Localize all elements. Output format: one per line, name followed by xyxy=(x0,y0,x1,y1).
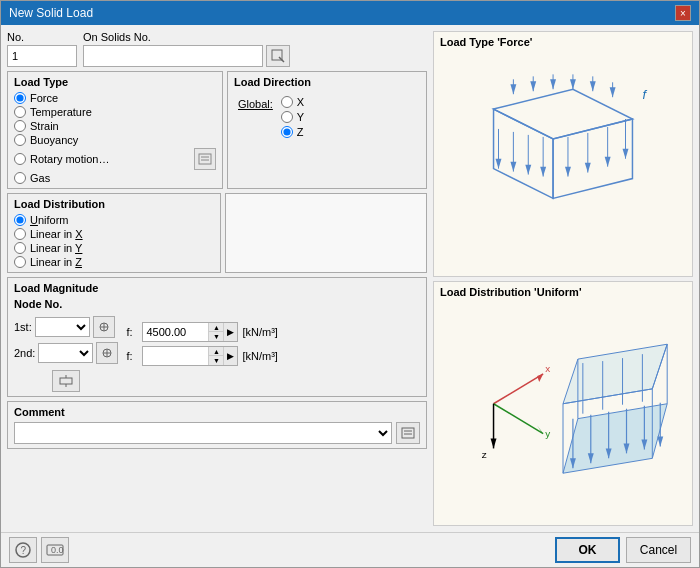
dir-y[interactable]: Y xyxy=(281,111,304,123)
magnitude-col: f: ▲ ▼ ▶ [kN/m³] xyxy=(126,298,277,392)
load-type-force[interactable]: Force xyxy=(14,92,216,104)
dist-linear-x-radio[interactable] xyxy=(14,228,26,240)
svg-marker-50 xyxy=(537,373,543,381)
load-type-gas-label: Gas xyxy=(30,172,50,184)
f2-label: f: xyxy=(126,350,138,362)
distribution-preview-title: Load Distribution 'Uniform' xyxy=(440,286,582,298)
f1-spin-up[interactable]: ▲ xyxy=(209,323,223,332)
load-type-strain-radio[interactable] xyxy=(14,120,26,132)
load-type-gas[interactable]: Gas xyxy=(14,172,216,184)
load-direction-section: Load Direction Global: X Y xyxy=(227,71,427,189)
dialog-body: No. On Solids No. xyxy=(1,25,699,532)
pick-icon xyxy=(271,49,285,63)
load-type-buoyancy[interactable]: Buoyancy xyxy=(14,134,216,146)
mag-row-second: f: ▲ ▼ ▶ [kN/m³] xyxy=(126,346,277,366)
f1-input[interactable] xyxy=(143,323,208,341)
svg-text:x: x xyxy=(545,362,550,373)
load-type-temperature[interactable]: Temperature xyxy=(14,106,216,118)
dist-linear-z[interactable]: Linear in Z xyxy=(14,256,214,268)
f2-unit: [kN/m³] xyxy=(242,350,277,362)
ok-button[interactable]: OK xyxy=(555,537,620,563)
force-preview-title: Load Type 'Force' xyxy=(440,36,532,48)
pick-solids-button[interactable] xyxy=(266,45,290,67)
load-magnitude-section: Load Magnitude Node No. 1st: xyxy=(7,277,427,397)
comment-browse-button[interactable] xyxy=(396,422,420,444)
dist-uniform-label: Uniform xyxy=(30,214,69,226)
dist-linear-y-radio[interactable] xyxy=(14,242,26,254)
svg-marker-44 xyxy=(565,167,571,177)
dir-z-label: Z xyxy=(297,126,304,138)
dir-x[interactable]: X xyxy=(281,96,304,108)
svg-marker-47 xyxy=(623,149,629,159)
comment-input[interactable] xyxy=(14,422,392,444)
dist-linear-y-label: Linear in Y xyxy=(30,242,82,254)
comment-browse-icon xyxy=(401,426,415,440)
load-distribution-section: Load Distribution Uniform Linear in X xyxy=(7,193,221,273)
load-type-gas-radio[interactable] xyxy=(14,172,26,184)
node-select-second[interactable] xyxy=(38,343,93,363)
dist-uniform[interactable]: Uniform xyxy=(14,214,214,226)
f2-spin-down[interactable]: ▼ xyxy=(209,356,223,365)
rotary-settings-button[interactable] xyxy=(194,148,216,170)
load-type-rotary-radio[interactable] xyxy=(14,153,26,165)
on-solids-label: On Solids No. xyxy=(83,31,290,43)
load-type-buoyancy-label: Buoyancy xyxy=(30,134,78,146)
load-type-rotary-label: Rotary motion… xyxy=(30,153,109,165)
dir-z-radio[interactable] xyxy=(281,126,293,138)
node-pick-first-button[interactable] xyxy=(93,316,115,338)
dialog-title: New Solid Load xyxy=(9,6,93,20)
f2-arrow-button[interactable]: ▶ xyxy=(223,347,237,365)
svg-line-49 xyxy=(494,373,544,403)
load-type-title: Load Type xyxy=(14,76,216,88)
cancel-button[interactable]: Cancel xyxy=(626,537,691,563)
dir-z[interactable]: Z xyxy=(281,126,304,138)
middle-row: Load Type Force Temperature Strain xyxy=(7,71,427,189)
node-pick-second-button[interactable] xyxy=(96,342,118,364)
new-solid-load-dialog: New Solid Load × No. On Solids No. xyxy=(0,0,700,568)
right-panel: Load Type 'Force' xyxy=(433,31,693,526)
dist-linear-z-radio[interactable] xyxy=(14,256,26,268)
dir-x-radio[interactable] xyxy=(281,96,293,108)
dir-y-radio[interactable] xyxy=(281,111,293,123)
info-button[interactable]: 0.00 xyxy=(41,537,69,563)
no-input[interactable] xyxy=(7,45,77,67)
close-button[interactable]: × xyxy=(675,5,691,21)
direction-table: Global: X Y Z xyxy=(234,92,420,142)
f1-arrow-button[interactable]: ▶ xyxy=(223,323,237,341)
svg-marker-19 xyxy=(553,119,632,198)
f1-spin-buttons: ▲ ▼ xyxy=(208,323,223,341)
load-type-buoyancy-radio[interactable] xyxy=(14,134,26,146)
dist-linear-y[interactable]: Linear in Y xyxy=(14,242,214,254)
f2-spin-buttons: ▲ ▼ xyxy=(208,347,223,365)
svg-text:z: z xyxy=(482,449,487,460)
on-solids-input[interactable] xyxy=(83,45,263,67)
load-magnitude-title: Load Magnitude xyxy=(14,282,420,294)
load-type-rotary[interactable]: Rotary motion… xyxy=(14,153,109,165)
svg-marker-18 xyxy=(494,109,554,198)
load-type-force-radio[interactable] xyxy=(14,92,26,104)
f1-spin-down[interactable]: ▼ xyxy=(209,332,223,341)
dist-uniform-radio[interactable] xyxy=(14,214,26,226)
add-node-button[interactable] xyxy=(52,370,80,392)
comment-title: Comment xyxy=(14,406,420,418)
add-node-icon xyxy=(59,374,73,388)
node-pick-second-icon xyxy=(101,347,113,359)
node-select-first[interactable] xyxy=(35,317,90,337)
info-icon: 0.00 xyxy=(46,543,64,557)
help-button[interactable]: ? xyxy=(9,537,37,563)
footer-right: OK Cancel xyxy=(555,537,691,563)
mag-row-first: f: ▲ ▼ ▶ [kN/m³] xyxy=(126,322,277,342)
f2-input[interactable] xyxy=(143,347,208,365)
f1-input-group: ▲ ▼ ▶ xyxy=(142,322,238,342)
svg-marker-26 xyxy=(510,84,516,94)
load-type-strain[interactable]: Strain xyxy=(14,120,216,132)
node-col: Node No. 1st: xyxy=(14,298,118,392)
node-no-label: Node No. xyxy=(14,298,118,310)
load-type-temperature-radio[interactable] xyxy=(14,106,26,118)
dist-linear-x[interactable]: Linear in X xyxy=(14,228,214,240)
f2-spin-up[interactable]: ▲ xyxy=(209,347,223,356)
force-preview-box: Load Type 'Force' xyxy=(433,31,693,277)
magnitude-content: Node No. 1st: xyxy=(14,298,420,392)
svg-marker-31 xyxy=(610,87,616,97)
on-solids-field-group: On Solids No. xyxy=(83,31,290,67)
